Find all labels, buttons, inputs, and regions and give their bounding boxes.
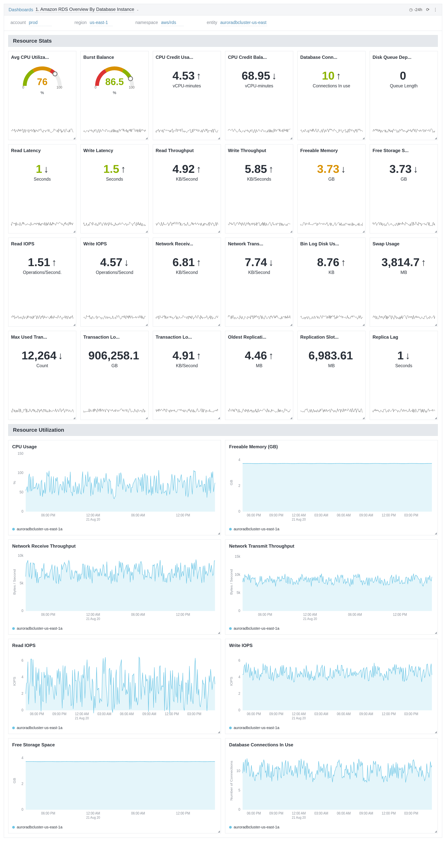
stat-card[interactable]: Write Latency 1.5 ↑ Seconds◢ (81, 144, 149, 234)
stat-card[interactable]: Read Throughput 4.92 ↑ KB/Second◢ (153, 144, 221, 234)
filter-entity[interactable]: entity auroradbcluster-us-east (206, 20, 267, 26)
stat-card[interactable]: Bin Log Disk Us... 8.76 ↑ KB◢ (297, 238, 365, 327)
filter-region[interactable]: region us-east-1 (74, 20, 113, 26)
stat-card[interactable]: Disk Queue Dep... 0 Queue Length◢ (370, 51, 438, 140)
resize-handle-icon[interactable]: ◢ (435, 416, 437, 420)
chart-card[interactable]: Write IOPS 0246IOPS06:00 PM09:00 PM12:00… (225, 639, 438, 734)
resize-handle-icon[interactable]: ◢ (435, 532, 437, 535)
resize-handle-icon[interactable]: ◢ (435, 323, 437, 326)
resize-handle-icon[interactable]: ◢ (73, 323, 75, 326)
resize-handle-icon[interactable]: ◢ (218, 416, 220, 420)
stat-card[interactable]: Write Throughput 5.85 ↑ KB/Seconds◢ (225, 144, 293, 234)
sparkline (373, 218, 435, 231)
clock-icon[interactable]: ◷ -24h (409, 7, 422, 12)
stat-unit: KB/Second (156, 363, 218, 368)
stat-card[interactable]: Replica Lag 1 ↓ Seconds◢ (370, 331, 438, 420)
resize-handle-icon[interactable]: ◢ (218, 830, 220, 833)
stat-card[interactable]: Avg CPU Utiliza... 76 0100 % ◢ (8, 51, 76, 140)
stat-card[interactable]: Database Conn... 10 ↑ Connections In use… (297, 51, 365, 140)
stat-value: 906,258.1 (89, 349, 139, 362)
svg-text:12:00 AM: 12:00 AM (86, 513, 100, 517)
resize-handle-icon[interactable]: ◢ (146, 230, 148, 233)
chevron-down-icon[interactable]: ⌄ (136, 8, 139, 11)
sparkline (373, 125, 435, 138)
chart-card[interactable]: CPU Usage 050100150%06:00 PM12:00 AM21 A… (8, 440, 221, 535)
stat-card[interactable]: Transaction Lo... 4.91 ↑ KB/Second◢ (153, 331, 221, 420)
stat-card[interactable]: CPU Credit Bala... 68.95 ↓ vCPU-minutes◢ (225, 51, 293, 140)
stat-title: Replication Slot... (300, 335, 363, 340)
stat-card[interactable]: Read IOPS 1.51 ↑ Operations/Second.◢ (8, 238, 76, 327)
stat-value: 4.92 (172, 162, 195, 176)
trend-arrow-icon: ↑ (196, 163, 201, 175)
svg-text:06:00 PM: 06:00 PM (258, 612, 272, 617)
resize-handle-icon[interactable]: ◢ (73, 230, 75, 233)
resize-handle-icon[interactable]: ◢ (290, 416, 292, 420)
stat-card[interactable]: Network Receiv... 6.81 ↑ KB/Second◢ (153, 238, 221, 327)
svg-text:03:00 PM: 03:00 PM (404, 811, 418, 815)
filter-account[interactable]: account prod (10, 20, 52, 26)
resize-handle-icon[interactable]: ◢ (73, 136, 75, 140)
resize-handle-icon[interactable]: ◢ (362, 323, 364, 326)
resize-handle-icon[interactable]: ◢ (73, 416, 75, 420)
filter-namespace[interactable]: namespace aws/rds (135, 20, 184, 26)
stat-unit: % (113, 91, 116, 95)
resize-handle-icon[interactable]: ◢ (362, 416, 364, 420)
stat-card[interactable]: Oldest Replicati... 4.46 ↑ MB◢ (225, 331, 293, 420)
resize-handle-icon[interactable]: ◢ (218, 230, 220, 233)
resize-handle-icon[interactable]: ◢ (146, 323, 148, 326)
resize-handle-icon[interactable]: ◢ (218, 532, 220, 535)
resize-handle-icon[interactable]: ◢ (362, 230, 364, 233)
stat-card[interactable]: Freeable Memory 3.73 ↓ GB◢ (297, 144, 365, 234)
resize-handle-icon[interactable]: ◢ (435, 136, 437, 140)
stat-card[interactable]: Replication Slot... 6,983.61 MB◢ (297, 331, 365, 420)
resize-handle-icon[interactable]: ◢ (146, 416, 148, 420)
sparkline (300, 311, 363, 324)
svg-text:12:00 PM: 12:00 PM (382, 513, 396, 517)
stat-title: CPU Credit Bala... (228, 55, 290, 60)
svg-text:12:00 PM: 12:00 PM (382, 811, 396, 815)
resize-handle-icon[interactable]: ◢ (146, 136, 148, 140)
stat-card[interactable]: Burst Balance 86.5 0100 % ◢ (81, 51, 149, 140)
resize-handle-icon[interactable]: ◢ (218, 631, 220, 634)
resize-handle-icon[interactable]: ◢ (435, 230, 437, 233)
resize-handle-icon[interactable]: ◢ (362, 136, 364, 140)
chart-card[interactable]: Read IOPS 0246IOPS06:00 PM09:00 PM12:00 … (8, 639, 221, 734)
stat-card[interactable]: Max Used Tran... 12,264 ↓ Count◢ (8, 331, 76, 420)
resize-handle-icon[interactable]: ◢ (218, 323, 220, 326)
stat-value: 4.91 (172, 349, 195, 362)
stat-card[interactable]: Free Storage S... 3.73 ↓ GB◢ (370, 144, 438, 234)
chart-card[interactable]: Free Storage Space 024GB06:00 PM12:00 AM… (8, 738, 221, 833)
chart-card[interactable]: Database Connections In Use 0510Number o… (225, 738, 438, 833)
resize-handle-icon[interactable]: ◢ (290, 230, 292, 233)
stat-card[interactable]: Swap Usage 3,814.7 ↑ MB◢ (370, 238, 438, 327)
trend-arrow-icon: ↓ (268, 257, 274, 268)
stat-card[interactable]: Network Trans... 7.74 ↓ KB/Second◢ (225, 238, 293, 327)
svg-text:10: 10 (236, 769, 240, 773)
resize-handle-icon[interactable]: ◢ (218, 731, 220, 734)
trend-arrow-icon: ↑ (196, 257, 201, 268)
stat-card[interactable]: Read Latency 1 ↓ Seconds◢ (8, 144, 76, 234)
resize-handle-icon[interactable]: ◢ (435, 830, 437, 833)
more-icon[interactable]: ⋮ (433, 7, 438, 12)
svg-text:21 Aug 20: 21 Aug 20 (303, 617, 317, 621)
svg-point-1 (128, 76, 133, 81)
resize-handle-icon[interactable]: ◢ (435, 631, 437, 634)
dashboard-title[interactable]: 1. Amazon RDS Overview By Database Insta… (35, 7, 134, 12)
chart-plot: 024GB06:00 PM09:00 PM12:00 AM21 Aug 2003… (229, 451, 434, 525)
resize-handle-icon[interactable]: ◢ (290, 136, 292, 140)
stat-card[interactable]: Write IOPS 4.57 ↓ Operations/Second◢ (81, 238, 149, 327)
refresh-icon[interactable]: ⟳ (426, 7, 429, 12)
chart-card[interactable]: Network Receive Throughput 05k10kBytes /… (8, 539, 221, 634)
resize-handle-icon[interactable]: ◢ (435, 731, 437, 734)
stats-grid: Avg CPU Utiliza... 76 0100 % ◢Burst Bala… (8, 51, 438, 420)
breadcrumb-root[interactable]: Dashboards (8, 7, 33, 12)
stat-card[interactable]: CPU Credit Usa... 4.53 ↑ vCPU-minutes◢ (153, 51, 221, 140)
resize-handle-icon[interactable]: ◢ (218, 136, 220, 140)
chart-card[interactable]: Network Transmit Throughput 05k10k15kByt… (225, 539, 438, 634)
chart-card[interactable]: Freeable Memory (GB) 024GB06:00 PM09:00 … (225, 440, 438, 535)
stat-card[interactable]: Transaction Lo... 906,258.1 GB◢ (81, 331, 149, 420)
svg-text:2: 2 (238, 483, 240, 488)
svg-text:09:00 PM: 09:00 PM (52, 712, 66, 716)
resize-handle-icon[interactable]: ◢ (290, 323, 292, 326)
svg-text:4: 4 (238, 457, 240, 462)
